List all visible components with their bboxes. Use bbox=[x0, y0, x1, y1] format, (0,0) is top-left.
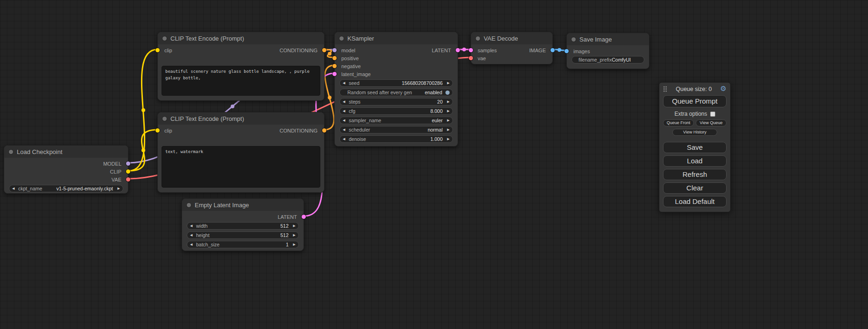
latent-output-port[interactable] bbox=[302, 215, 306, 219]
height-widget[interactable]: ◀ height 512 ▶ bbox=[187, 231, 299, 239]
filename-prefix-widget[interactable]: filename_prefix ComfyUI bbox=[572, 56, 644, 63]
steps-widget[interactable]: ◀ steps 20 ▶ bbox=[339, 98, 453, 105]
node-title-bar[interactable]: CLIP Text Encode (Prompt) bbox=[158, 112, 324, 125]
node-clip-text-encode-negative[interactable]: CLIP Text Encode (Prompt) clip CONDITION… bbox=[157, 112, 325, 193]
node-empty-latent-image[interactable]: Empty Latent Image LATENT ◀ width 512 ▶ … bbox=[182, 198, 304, 251]
collapse-dot[interactable] bbox=[162, 117, 167, 121]
load-default-button[interactable]: Load Default bbox=[663, 196, 727, 207]
decrement-arrow-icon[interactable]: ◀ bbox=[343, 82, 348, 85]
ckpt-name-widget[interactable]: ◀ ckpt_name v1-5-pruned-emaonly.ckpt ▶ bbox=[9, 185, 123, 192]
denoise-widget[interactable]: ◀ denoise 1.000 ▶ bbox=[339, 135, 453, 143]
increment-arrow-icon[interactable]: ▶ bbox=[445, 100, 450, 104]
latent-output-port[interactable] bbox=[456, 48, 460, 52]
node-graph-canvas[interactable]: Load Checkpoint MODEL CLIP VAE ◀ ckpt_na… bbox=[0, 0, 868, 329]
decrement-arrow-icon[interactable]: ◀ bbox=[343, 128, 348, 132]
queue-front-button[interactable]: Queue Front bbox=[663, 119, 694, 126]
conditioning-output-port[interactable] bbox=[322, 48, 326, 52]
random-seed-toggle-widget[interactable]: Random seed after every gen enabled bbox=[339, 89, 453, 96]
model-input-port[interactable] bbox=[332, 48, 337, 52]
view-queue-button[interactable]: View Queue bbox=[696, 119, 727, 126]
link-midpoint-dot bbox=[141, 108, 145, 112]
sampler-name-widget[interactable]: ◀ sampler_name euler ▶ bbox=[339, 117, 453, 124]
increment-arrow-icon[interactable]: ▶ bbox=[445, 128, 450, 132]
cfg-widget[interactable]: ◀ cfg 8.000 ▶ bbox=[339, 107, 453, 115]
view-history-button[interactable]: View History bbox=[672, 129, 717, 136]
conditioning-output-label: CONDITIONING bbox=[280, 48, 318, 53]
image-output-port[interactable] bbox=[550, 48, 555, 52]
toggle-dot[interactable] bbox=[445, 91, 450, 95]
increment-arrow-icon[interactable]: ▶ bbox=[290, 234, 296, 237]
refresh-button[interactable]: Refresh bbox=[663, 169, 727, 180]
samples-input-label: samples bbox=[478, 48, 497, 53]
increment-arrow-icon[interactable]: ▶ bbox=[445, 110, 450, 113]
clip-output-port[interactable] bbox=[126, 169, 130, 174]
collapse-dot[interactable] bbox=[476, 36, 480, 41]
latent-image-input-port[interactable] bbox=[332, 72, 337, 76]
node-ksampler[interactable]: KSampler model LATENT positive negative … bbox=[334, 32, 458, 147]
decrement-arrow-icon[interactable]: ◀ bbox=[190, 243, 195, 246]
node-title: KSampler bbox=[347, 35, 374, 42]
widget-label: height bbox=[195, 232, 210, 238]
increment-arrow-icon[interactable]: ▶ bbox=[290, 224, 296, 228]
increment-arrow-icon[interactable]: ▶ bbox=[445, 119, 450, 122]
clip-input-port[interactable] bbox=[155, 128, 160, 133]
conditioning-output-port[interactable] bbox=[322, 128, 326, 133]
model-output-port[interactable] bbox=[126, 161, 130, 166]
widget-value: 1 bbox=[219, 242, 290, 247]
node-load-checkpoint[interactable]: Load Checkpoint MODEL CLIP VAE ◀ ckpt_na… bbox=[4, 145, 128, 194]
drag-handle-icon[interactable] bbox=[663, 86, 667, 92]
batch-size-widget[interactable]: ◀ batch_size 1 ▶ bbox=[187, 241, 299, 248]
node-clip-text-encode-positive[interactable]: CLIP Text Encode (Prompt) clip CONDITION… bbox=[157, 32, 325, 101]
widget-label: ckpt_name bbox=[17, 186, 42, 191]
positive-input-port[interactable] bbox=[332, 56, 337, 60]
node-title: Load Checkpoint bbox=[17, 148, 63, 155]
clear-button[interactable]: Clear bbox=[663, 182, 727, 194]
decrement-arrow-icon[interactable]: ◀ bbox=[343, 119, 348, 122]
increment-arrow-icon[interactable]: ▶ bbox=[445, 82, 450, 85]
decrement-arrow-icon[interactable]: ◀ bbox=[343, 138, 348, 141]
collapse-dot[interactable] bbox=[339, 36, 344, 41]
collapse-dot[interactable] bbox=[162, 36, 167, 41]
settings-gear-icon[interactable]: ⚙ bbox=[720, 85, 727, 92]
load-button[interactable]: Load bbox=[663, 155, 727, 167]
vae-input-port[interactable] bbox=[469, 56, 473, 60]
clip-input-label: clip bbox=[164, 48, 172, 53]
samples-input-port[interactable] bbox=[469, 48, 473, 52]
node-title-bar[interactable]: CLIP Text Encode (Prompt) bbox=[158, 32, 324, 44]
collapse-dot[interactable] bbox=[187, 203, 191, 207]
node-save-image[interactable]: Save Image images filename_prefix ComfyU… bbox=[566, 33, 649, 69]
negative-input-port[interactable] bbox=[332, 64, 337, 68]
increment-arrow-icon[interactable]: ▶ bbox=[290, 243, 296, 246]
increment-arrow-icon[interactable]: ▶ bbox=[445, 138, 450, 141]
widget-value: ComfyUI bbox=[612, 57, 644, 63]
extra-options-checkbox[interactable] bbox=[710, 112, 715, 117]
node-title-bar[interactable]: Save Image bbox=[567, 33, 649, 45]
scheduler-widget[interactable]: ◀ scheduler normal ▶ bbox=[339, 126, 453, 133]
decrement-arrow-icon[interactable]: ◀ bbox=[12, 187, 17, 190]
node-title-bar[interactable]: VAE Decode bbox=[471, 32, 552, 44]
images-input-port[interactable] bbox=[565, 49, 569, 53]
widget-value: v1-5-pruned-emaonly.ckpt bbox=[42, 186, 115, 191]
positive-prompt-textarea[interactable]: beautiful scenery nature glass bottle la… bbox=[162, 66, 320, 96]
decrement-arrow-icon[interactable]: ◀ bbox=[343, 110, 348, 113]
clip-input-port[interactable] bbox=[155, 48, 160, 52]
decrement-arrow-icon[interactable]: ◀ bbox=[343, 100, 348, 104]
decrement-arrow-icon[interactable]: ◀ bbox=[190, 234, 195, 237]
widget-label: steps bbox=[348, 99, 360, 105]
model-output-label: MODEL bbox=[103, 161, 121, 167]
node-title-bar[interactable]: Empty Latent Image bbox=[182, 199, 303, 211]
increment-arrow-icon[interactable]: ▶ bbox=[115, 187, 120, 190]
negative-prompt-textarea[interactable]: text, watermark bbox=[162, 146, 320, 188]
queue-prompt-button[interactable]: Queue Prompt bbox=[663, 95, 727, 107]
width-widget[interactable]: ◀ width 512 ▶ bbox=[187, 222, 299, 230]
extra-options-label: Extra options bbox=[674, 111, 707, 117]
node-title-bar[interactable]: Load Checkpoint bbox=[4, 146, 128, 158]
node-vae-decode[interactable]: VAE Decode samples IMAGE vae bbox=[471, 32, 553, 64]
seed-widget[interactable]: ◀ seed 156680208700286 ▶ bbox=[339, 79, 453, 87]
collapse-dot[interactable] bbox=[572, 37, 576, 42]
decrement-arrow-icon[interactable]: ◀ bbox=[190, 224, 195, 228]
vae-output-port[interactable] bbox=[126, 177, 130, 182]
save-button[interactable]: Save bbox=[663, 142, 727, 153]
collapse-dot[interactable] bbox=[9, 150, 13, 154]
node-title-bar[interactable]: KSampler bbox=[335, 32, 458, 44]
